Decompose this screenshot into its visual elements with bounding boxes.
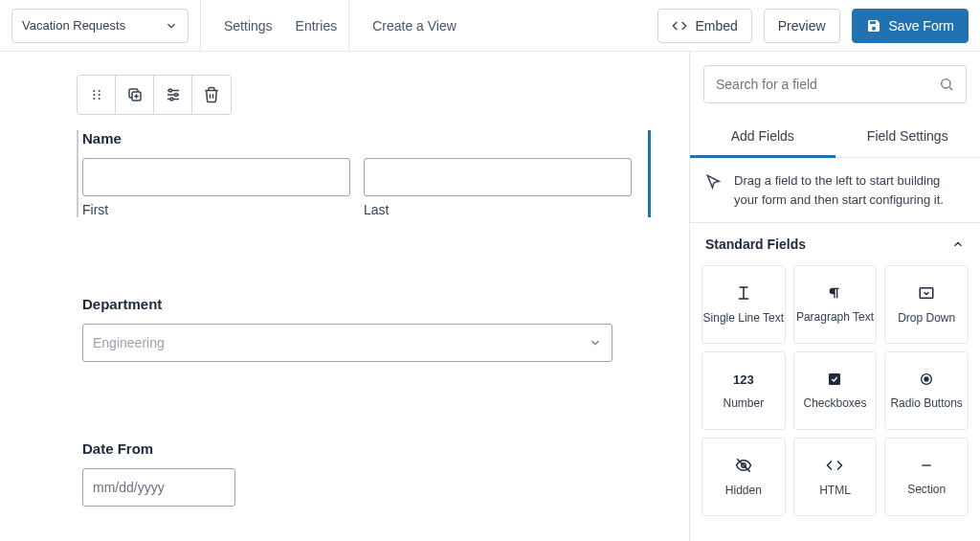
field-section[interactable]: Section [884, 438, 969, 516]
embed-button[interactable]: Embed [657, 9, 751, 43]
divider [348, 0, 349, 52]
first-sublabel: First [82, 202, 350, 217]
svg-rect-19 [829, 373, 840, 385]
svg-point-1 [93, 94, 95, 96]
svg-point-3 [98, 90, 100, 92]
save-label: Save Form [889, 18, 954, 34]
chevron-down-icon [589, 336, 602, 349]
svg-point-21 [924, 377, 928, 381]
duplicate-button[interactable] [116, 76, 154, 114]
nav-entries[interactable]: Entries [296, 18, 338, 34]
trash-icon [203, 86, 220, 103]
code-icon [826, 457, 843, 474]
field-paragraph-text[interactable]: Paragraph Text [793, 265, 878, 344]
field-search[interactable] [703, 65, 967, 103]
last-sublabel: Last [364, 202, 632, 217]
date-from-label: Date From [82, 440, 666, 457]
nav-links-right: Create a View [361, 18, 457, 34]
svg-point-2 [93, 98, 95, 100]
field-dropdown[interactable]: Drop Down [884, 265, 969, 344]
standard-fields-header[interactable]: Standard Fields [690, 223, 980, 265]
divider [200, 0, 201, 52]
department-label: Department [82, 296, 612, 312]
hint-text: Drag a field to the left to start buildi… [734, 171, 965, 209]
date-from-input[interactable]: mm/dd/yyyy [82, 468, 235, 507]
sidebar: Add Fields Field Settings Drag a field t… [689, 52, 980, 541]
standard-fields-label: Standard Fields [705, 237, 806, 252]
nav-settings[interactable]: Settings [224, 18, 273, 34]
svg-point-0 [93, 90, 95, 92]
first-name-input[interactable] [82, 158, 350, 196]
svg-point-4 [98, 94, 100, 96]
field-grid: Single Line Text Paragraph Text Drop Dow… [690, 265, 980, 528]
date-placeholder: mm/dd/yyyy [93, 480, 165, 495]
last-name-input[interactable] [364, 158, 632, 196]
chevron-up-icon [951, 237, 965, 251]
nav-links: Settings Entries [212, 18, 337, 34]
form-name: Vacation Requests [22, 18, 125, 33]
chevron-down-icon [165, 19, 178, 33]
search-icon [939, 77, 954, 92]
cursor-icon [705, 173, 723, 191]
svg-point-15 [942, 79, 950, 88]
minus-icon [919, 458, 934, 473]
settings-button[interactable] [154, 76, 192, 114]
drag-handle-button[interactable] [78, 76, 116, 114]
date-from-field-block[interactable]: Date From mm/dd/yyyy [77, 440, 666, 507]
svg-rect-18 [920, 288, 933, 299]
checkbox-icon [827, 372, 842, 387]
form-selector-dropdown[interactable]: Vacation Requests [11, 9, 189, 43]
dropdown-icon [918, 284, 935, 302]
field-hidden[interactable]: Hidden [702, 438, 786, 516]
sidebar-tabs: Add Fields Field Settings [690, 117, 980, 158]
field-number[interactable]: 123 Number [702, 351, 786, 430]
field-toolbar [77, 75, 232, 115]
code-icon [672, 18, 687, 34]
radio-icon [919, 372, 934, 387]
number-icon: 123 [733, 372, 754, 387]
top-bar: Vacation Requests Settings Entries Creat… [0, 0, 980, 52]
svg-line-16 [949, 87, 952, 90]
tab-add-fields[interactable]: Add Fields [690, 117, 835, 158]
hint-box: Drag a field to the left to start buildi… [690, 158, 980, 223]
eye-off-icon [735, 457, 752, 474]
department-field-block[interactable]: Department Engineering [77, 296, 612, 362]
svg-point-13 [174, 94, 177, 97]
field-single-line-text[interactable]: Single Line Text [702, 265, 786, 344]
field-radio-buttons[interactable]: Radio Buttons [884, 351, 969, 430]
embed-label: Embed [695, 18, 737, 34]
preview-label: Preview [778, 18, 826, 34]
search-input[interactable] [716, 77, 939, 92]
svg-point-14 [170, 98, 173, 101]
tab-field-settings[interactable]: Field Settings [835, 117, 981, 157]
preview-button[interactable]: Preview [764, 9, 840, 43]
name-field-block[interactable]: Name First Last [77, 130, 632, 217]
svg-point-12 [168, 89, 171, 92]
delete-button[interactable] [192, 76, 231, 114]
duplicate-icon [126, 86, 144, 103]
paragraph-icon [827, 285, 842, 301]
field-checkboxes[interactable]: Checkboxes [793, 351, 878, 430]
svg-point-5 [98, 98, 100, 100]
name-label: Name [82, 130, 632, 147]
sliders-icon [165, 86, 182, 103]
text-icon [735, 284, 752, 302]
drag-handle-icon [89, 87, 104, 102]
save-icon [866, 18, 881, 34]
department-select[interactable]: Engineering [82, 324, 612, 362]
department-placeholder: Engineering [93, 335, 165, 350]
save-button[interactable]: Save Form [852, 9, 969, 43]
nav-create-view[interactable]: Create a View [372, 18, 457, 34]
field-html[interactable]: HTML [793, 438, 878, 516]
form-canvas: Name First Last Department Engineering D… [0, 52, 689, 541]
